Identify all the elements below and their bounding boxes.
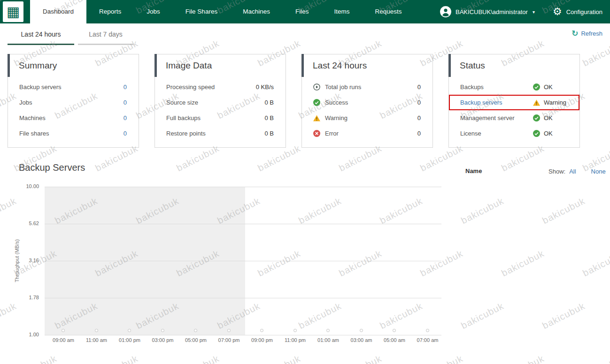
imagedata-row-processing-speed: Processing speed 0 KB/s: [155, 79, 286, 95]
x-tick-label: 01:00 pm: [113, 337, 146, 343]
success-icon: [533, 114, 541, 122]
throughput-chart: Throughput (MB/s) 10.005.623.161.781.000…: [0, 179, 451, 357]
row-value: 0 B: [264, 99, 274, 106]
show-all-link[interactable]: All: [569, 168, 576, 175]
tab-dashboard[interactable]: Dashboard: [30, 0, 86, 23]
summary-row-file-shares: File shares 0: [8, 126, 139, 141]
tab-items[interactable]: Items: [321, 0, 362, 23]
row-label: Jobs: [19, 99, 124, 106]
row-label: Processing speed: [166, 83, 256, 91]
data-point-marker: [161, 329, 164, 332]
tab-last-24-hours[interactable]: Last 24 hours: [8, 23, 74, 45]
y-tick-label: 3.16: [0, 258, 39, 263]
warning-icon: [313, 114, 321, 122]
data-point-marker: [293, 329, 297, 332]
configuration-button[interactable]: ⚙ Configuration: [553, 7, 602, 17]
card-image-data: Image Data Processing speed 0 KB/s Sourc…: [154, 54, 286, 148]
last24-row-error: Error 0: [302, 126, 432, 141]
tab-jobs[interactable]: Jobs: [134, 0, 173, 23]
watermark-text: bakicubuk: [541, 301, 587, 331]
row-value: 0 B: [264, 114, 274, 121]
x-tick-label: 07:00 am: [411, 337, 444, 343]
watermark-text: bakicubuk: [581, 248, 610, 279]
card-summary: Summary Backup servers 0 Jobs 0 Machines…: [8, 54, 139, 148]
x-tick-label: 03:00 pm: [147, 337, 179, 343]
row-label: Backups: [460, 83, 533, 91]
row-value: 0: [417, 99, 421, 106]
card-status: Status Backups OK Back: [448, 54, 580, 148]
card-last-24-hours: Last 24 hours Total job runs 0: [301, 54, 433, 148]
x-tick-label: 09:00 am: [47, 337, 80, 343]
data-point-marker: [260, 329, 263, 332]
row-label: Restore points: [166, 130, 264, 137]
row-label: Full backups: [166, 114, 264, 121]
watermark-text: bakicubuk: [541, 196, 587, 226]
section-title-backup-servers: Backup Servers: [19, 162, 85, 173]
row-label: Error: [325, 130, 417, 137]
status-row-backup-servers-warning-highlight: Backup servers Warning: [449, 95, 579, 110]
tab-files[interactable]: Files: [283, 0, 322, 23]
show-label: Show:: [548, 168, 565, 175]
row-label: File shares: [19, 130, 124, 137]
x-tick-label: 11:00 am: [80, 337, 113, 343]
imagedata-row-source-size: Source size 0 B: [155, 95, 286, 110]
data-point-marker: [393, 329, 396, 332]
warning-icon: [533, 99, 541, 106]
row-label: Management server: [460, 114, 533, 121]
tab-machines[interactable]: Machines: [230, 0, 283, 23]
error-icon: [313, 130, 321, 137]
y-tick-label: 5.62: [0, 220, 39, 226]
tab-file-shares[interactable]: File Shares: [173, 0, 230, 23]
chart-gridline: [45, 224, 441, 224]
row-value[interactable]: 0: [124, 130, 127, 137]
success-icon: [533, 83, 541, 91]
row-value[interactable]: 0: [124, 114, 127, 121]
gear-icon: ⚙: [553, 7, 562, 17]
backup-servers-link[interactable]: Backup servers: [460, 99, 533, 106]
user-menu[interactable]: BAKICUBUK\administrator ▾: [440, 6, 535, 18]
data-point-marker: [62, 329, 65, 332]
row-label: License: [460, 130, 533, 137]
row-value: 0: [417, 83, 421, 91]
status-value: OK: [544, 114, 553, 121]
tab-last-7-days[interactable]: Last 7 days: [78, 23, 133, 45]
row-label: Total job runs: [325, 83, 417, 91]
chart-gridline: [45, 261, 441, 261]
x-tick-label: 09:00 pm: [246, 337, 278, 343]
chart-gridline: [45, 298, 441, 298]
chart-gridline: [45, 187, 441, 187]
row-value: 0: [417, 130, 421, 137]
row-value[interactable]: 0: [124, 99, 127, 106]
summary-row-machines: Machines 0: [8, 110, 139, 126]
refresh-icon: ↻: [571, 30, 578, 38]
y-tick-label: 1.00: [0, 332, 39, 337]
tab-reports[interactable]: Reports: [86, 0, 134, 23]
x-tick-label: 05:00 pm: [179, 337, 212, 343]
refresh-button[interactable]: ↻ Refresh: [571, 30, 602, 38]
last24-row-warning: Warning 0: [302, 110, 432, 126]
play-icon: [313, 83, 321, 91]
show-filter: Show: All None: [548, 168, 606, 175]
subnav: Last 24 hours Last 7 days ↻ Refresh: [0, 23, 610, 46]
dashboard-page: ▦ Dashboard Reports Jobs File Shares Mac…: [0, 0, 610, 364]
row-value: 0 KB/s: [256, 83, 274, 91]
data-point-marker: [194, 329, 197, 332]
row-label: Source size: [166, 99, 264, 106]
app-logo[interactable]: ▦: [3, 1, 23, 22]
card-title: Last 24 hours: [302, 54, 432, 77]
configuration-label: Configuration: [566, 8, 602, 15]
card-title: Image Data: [155, 54, 286, 77]
x-tick-label: 11:00 pm: [279, 337, 312, 343]
user-name: BAKICUBUK\administrator: [456, 8, 528, 15]
watermark-text: bakicubuk: [459, 196, 506, 226]
row-value: 0 B: [264, 130, 274, 137]
tab-requests[interactable]: Requests: [362, 0, 414, 23]
chevron-down-icon: ▾: [533, 9, 535, 15]
status-row-license: License OK: [449, 126, 579, 141]
summary-row-jobs: Jobs 0: [8, 95, 139, 110]
watermark-text: bakicubuk: [500, 353, 546, 364]
nav-right: BAKICUBUK\administrator ▾ ⚙ Configuratio…: [440, 0, 610, 23]
show-none-link[interactable]: None: [591, 168, 606, 175]
row-value[interactable]: 0: [124, 83, 127, 91]
status-value: Warning: [544, 99, 566, 106]
